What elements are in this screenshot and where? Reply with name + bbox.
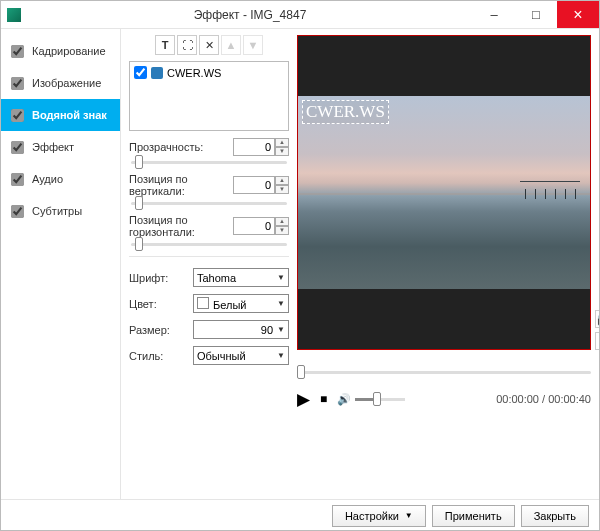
spin-down-icon[interactable]: ▼ [275, 185, 289, 194]
sidebar: Кадрирование Изображение Водяной знак Эф… [1, 29, 121, 499]
divider [129, 256, 289, 257]
sidebar-label: Эффект [32, 141, 74, 153]
sidebar-item-effect[interactable]: Эффект [1, 131, 120, 163]
opacity-label: Прозрачность: [129, 141, 203, 153]
volume-control: 🔊 [337, 393, 405, 406]
volume-thumb[interactable] [373, 392, 381, 406]
sidebar-item-image[interactable]: Изображение [1, 67, 120, 99]
settings-button[interactable]: Настройки▼ [332, 505, 426, 527]
sidebar-check-effect[interactable] [11, 141, 24, 154]
stop-button[interactable]: ■ [320, 392, 327, 406]
timeline-thumb[interactable] [297, 365, 305, 379]
list-item[interactable]: CWER.WS [134, 66, 284, 79]
sidebar-item-watermark[interactable]: Водяной знак [1, 99, 120, 131]
chevron-down-icon: ▼ [277, 299, 285, 308]
app-icon [7, 8, 21, 22]
content: Кадрирование Изображение Водяной знак Эф… [1, 29, 599, 499]
sidebar-check-image[interactable] [11, 77, 24, 90]
sidebar-label: Водяной знак [32, 109, 107, 121]
volume-slider[interactable] [355, 398, 405, 401]
opacity-slider[interactable] [131, 161, 287, 164]
style-value: Обычный [197, 350, 246, 362]
slider-thumb[interactable] [135, 196, 143, 210]
spin-down-icon[interactable]: ▼ [275, 147, 289, 156]
letterbox [298, 289, 590, 349]
style-label: Стиль: [129, 350, 163, 362]
apply-button[interactable]: Применить [432, 505, 515, 527]
font-combo[interactable]: Tahoma▼ [193, 268, 289, 287]
slider-thumb[interactable] [135, 237, 143, 251]
color-row: Цвет: Белый▼ [129, 294, 289, 313]
size-value: 90 [197, 324, 277, 336]
opacity-row: Прозрачность: ▲▼ [129, 138, 289, 166]
maximize-button[interactable]: □ [515, 1, 557, 28]
chevron-down-icon: ▼ [277, 325, 285, 334]
snapshot-button[interactable]: 📷 [595, 310, 600, 328]
watermark-overlay[interactable]: CWER.WS [302, 100, 389, 124]
letterbox [298, 36, 590, 96]
vpos-slider[interactable] [131, 202, 287, 205]
vpos-spinner[interactable]: ▲▼ [233, 176, 289, 194]
preview-frame[interactable]: CWER.WS [297, 35, 591, 350]
move-down-button[interactable]: ▼ [243, 35, 263, 55]
opacity-spinner[interactable]: ▲▼ [233, 138, 289, 156]
window-title: Эффект - IMG_4847 [27, 8, 473, 22]
chevron-down-icon: ▼ [405, 511, 413, 520]
size-combo[interactable]: 90▼ [193, 320, 289, 339]
vpos-row: Позиция по вертикали: ▲▼ [129, 173, 289, 207]
move-up-button[interactable]: ▲ [221, 35, 241, 55]
sidebar-check-audio[interactable] [11, 173, 24, 186]
vpos-input[interactable] [233, 176, 275, 194]
color-swatch [197, 297, 209, 309]
slider-thumb[interactable] [135, 155, 143, 169]
volume-icon[interactable]: 🔊 [337, 393, 351, 406]
delete-button[interactable]: ✕ [199, 35, 219, 55]
color-combo[interactable]: Белый▼ [193, 294, 289, 313]
close-button[interactable]: × [557, 1, 599, 28]
sidebar-check-crop[interactable] [11, 45, 24, 58]
sidebar-label: Кадрирование [32, 45, 106, 57]
sidebar-item-audio[interactable]: Аудио [1, 163, 120, 195]
spin-up-icon[interactable]: ▲ [275, 138, 289, 147]
time-display: 00:00:00 / 00:00:40 [496, 393, 591, 405]
hpos-spinner[interactable]: ▲▼ [233, 217, 289, 235]
style-combo[interactable]: Обычный▼ [193, 346, 289, 365]
vpos-label: Позиция по вертикали: [129, 173, 233, 197]
chevron-down-icon: ▼ [277, 273, 285, 282]
chevron-down-icon: ▼ [277, 351, 285, 360]
window-buttons: – □ × [473, 1, 599, 28]
timeline[interactable] [297, 362, 591, 382]
sidebar-check-watermark[interactable] [11, 109, 24, 122]
spin-down-icon[interactable]: ▼ [275, 226, 289, 235]
spin-up-icon[interactable]: ▲ [275, 217, 289, 226]
sidebar-label: Изображение [32, 77, 101, 89]
font-label: Шрифт: [129, 272, 168, 284]
close-dialog-button[interactable]: Закрыть [521, 505, 589, 527]
watermark-list[interactable]: CWER.WS [129, 61, 289, 131]
sidebar-label: Субтитры [32, 205, 82, 217]
list-item-check[interactable] [134, 66, 147, 79]
preview-tools: 📷 ⧉ [595, 310, 600, 350]
sidebar-item-crop[interactable]: Кадрирование [1, 35, 120, 67]
color-label: Цвет: [129, 298, 157, 310]
style-row: Стиль: Обычный▼ [129, 346, 289, 365]
sidebar-item-subtitles[interactable]: Субтитры [1, 195, 120, 227]
add-image-button[interactable]: ⛶ [177, 35, 197, 55]
list-item-label: CWER.WS [167, 67, 221, 79]
sidebar-check-subtitles[interactable] [11, 205, 24, 218]
compare-button[interactable]: ⧉ [595, 332, 600, 350]
minimize-button[interactable]: – [473, 1, 515, 28]
sidebar-label: Аудио [32, 173, 63, 185]
hpos-input[interactable] [233, 217, 275, 235]
opacity-input[interactable] [233, 138, 275, 156]
footer: Настройки▼ Применить Закрыть [1, 499, 599, 531]
time-current: 00:00:00 [496, 393, 539, 405]
hpos-label: Позиция по горизонтали: [129, 214, 233, 238]
play-button[interactable]: ▶ [297, 389, 310, 410]
watermark-toolbar: T ⛶ ✕ ▲ ▼ [129, 35, 289, 55]
timeline-track[interactable] [297, 371, 591, 374]
spin-up-icon[interactable]: ▲ [275, 176, 289, 185]
add-text-button[interactable]: T [155, 35, 175, 55]
hpos-slider[interactable] [131, 243, 287, 246]
pier [520, 189, 580, 199]
